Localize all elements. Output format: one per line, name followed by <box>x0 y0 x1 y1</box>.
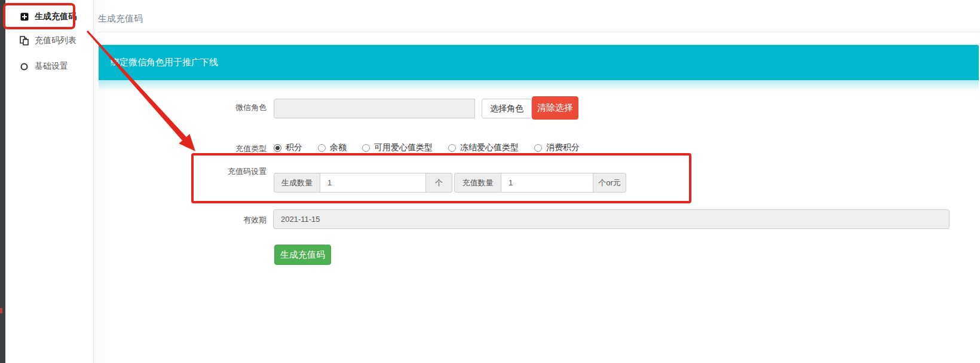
sidebar-item-basic-settings[interactable]: 基础设置 <box>5 58 94 75</box>
app-window: 生成充值码 充值码列表 基础设置 生成充值码 绑定微信角色用于推广下线 微信角色… <box>0 0 980 363</box>
select-role-button[interactable]: 选择角色 <box>482 99 532 118</box>
radio-label: 冻结爱心值类型 <box>460 142 519 153</box>
radio-icon[interactable] <box>318 144 326 152</box>
generate-quantity-group: 生成数量 个 <box>274 173 452 193</box>
generate-quantity-prefix: 生成数量 <box>274 173 320 193</box>
copy-icon <box>20 36 29 45</box>
radio-option-balance[interactable]: 余额 <box>318 142 347 153</box>
radio-option-available-love-value[interactable]: 可用爱心值类型 <box>362 142 433 153</box>
generate-quantity-input[interactable] <box>320 173 426 193</box>
recharge-quantity-suffix: 个or元 <box>593 173 626 193</box>
clear-selection-button[interactable]: 清除选择 <box>532 96 578 120</box>
generate-code-button[interactable]: 生成充值码 <box>274 245 331 265</box>
recharge-quantity-input[interactable] <box>501 173 593 193</box>
sidebar-item-generate-code[interactable]: 生成充值码 <box>5 8 94 26</box>
wechat-role-input[interactable] <box>274 99 475 118</box>
code-settings-label: 充值码设置 <box>167 166 267 177</box>
generate-quantity-suffix: 个 <box>426 173 452 193</box>
recharge-quantity-group: 充值数量 个or元 <box>454 173 626 193</box>
left-strip-mark <box>0 308 2 313</box>
recharge-quantity-prefix: 充值数量 <box>454 173 501 193</box>
radio-label: 可用爱心值类型 <box>374 142 433 153</box>
banner-text: 绑定微信角色用于推广下线 <box>111 57 218 68</box>
sidebar-item-label: 充值码列表 <box>35 35 76 46</box>
radio-label: 余额 <box>330 142 347 153</box>
radio-label: 积分 <box>286 142 302 153</box>
page-title: 生成充值码 <box>98 13 143 25</box>
radio-icon[interactable] <box>448 144 456 152</box>
sidebar-item-label: 基础设置 <box>35 61 68 72</box>
recharge-type-label: 充值类型 <box>167 144 267 154</box>
recharge-type-radio-group: 积分 余额 可用爱心值类型 冻结爱心值类型 消费积分 <box>274 142 580 153</box>
wechat-role-label: 微信角色 <box>167 102 267 113</box>
radio-icon[interactable] <box>274 144 281 152</box>
validity-label: 有效期 <box>167 215 267 225</box>
left-edge-strip <box>0 0 5 363</box>
radio-icon[interactable] <box>534 144 542 152</box>
panel-heading-banner: 绑定微信角色用于推广下线 <box>99 45 979 80</box>
circle-icon <box>20 62 29 71</box>
sidebar: 生成充值码 充值码列表 基础设置 <box>5 0 94 363</box>
plus-square-icon <box>20 13 29 22</box>
radio-option-frozen-love-value[interactable]: 冻结爱心值类型 <box>448 142 519 153</box>
sidebar-item-label: 生成充值码 <box>35 11 76 22</box>
banner-shadow <box>99 80 979 91</box>
radio-option-consumed-points[interactable]: 消费积分 <box>534 142 580 153</box>
title-divider <box>98 32 980 32</box>
radio-label: 消费积分 <box>546 142 580 153</box>
sidebar-item-code-list[interactable]: 充值码列表 <box>5 32 94 49</box>
radio-option-points[interactable]: 积分 <box>274 142 302 153</box>
validity-date-input[interactable] <box>273 209 950 229</box>
radio-icon[interactable] <box>362 144 370 152</box>
